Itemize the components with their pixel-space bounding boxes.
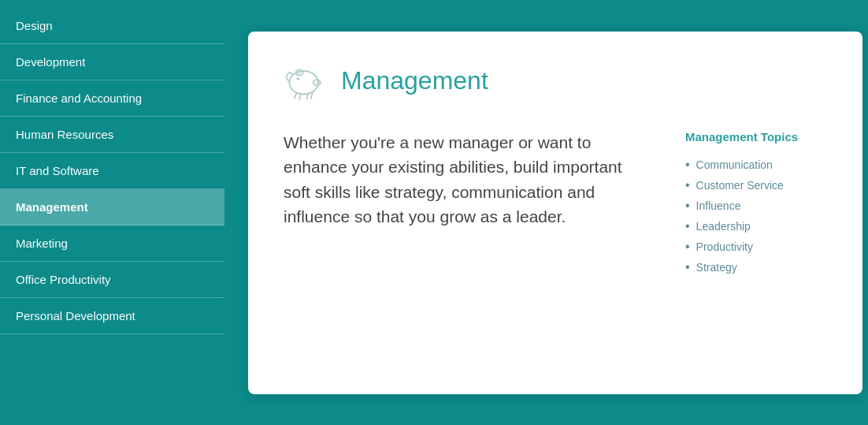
- svg-point-4: [313, 80, 321, 85]
- topics-list: CommunicationCustomer ServiceInfluenceLe…: [685, 155, 827, 278]
- sidebar: DesignDevelopmentFinance and AccountingH…: [0, 0, 224, 425]
- topic-item[interactable]: Influence: [685, 196, 827, 216]
- content-card: Management Whether you're a new manager …: [248, 32, 862, 394]
- card-header: Management: [284, 59, 827, 103]
- svg-point-5: [315, 81, 317, 83]
- svg-line-7: [295, 92, 297, 98]
- sidebar-item-it-software[interactable]: IT and Software: [0, 153, 224, 189]
- sidebar-item-personal-development[interactable]: Personal Development: [0, 298, 224, 334]
- card-body: Whether you're a new manager or want to …: [284, 130, 827, 278]
- sidebar-item-office-productivity[interactable]: Office Productivity: [0, 262, 224, 298]
- sidebar-item-management[interactable]: Management: [0, 189, 224, 226]
- topic-item[interactable]: Productivity: [685, 237, 827, 257]
- topic-item[interactable]: Communication: [685, 155, 827, 175]
- card-description: Whether you're a new manager or want to …: [284, 130, 638, 278]
- svg-point-1: [297, 77, 300, 80]
- sidebar-item-marketing[interactable]: Marketing: [0, 226, 224, 262]
- svg-line-10: [311, 92, 313, 98]
- svg-point-6: [317, 81, 319, 83]
- sidebar-item-human-resources[interactable]: Human Resources: [0, 117, 224, 153]
- management-icon: [284, 59, 327, 103]
- topic-item[interactable]: Strategy: [685, 257, 827, 278]
- svg-point-3: [297, 70, 302, 74]
- card-title: Management: [341, 66, 488, 95]
- topics-heading: Management Topics: [685, 130, 827, 144]
- topic-item[interactable]: Leadership: [685, 216, 827, 237]
- sidebar-item-development[interactable]: Development: [0, 44, 224, 80]
- topic-item[interactable]: Customer Service: [685, 175, 827, 196]
- sidebar-item-finance-accounting[interactable]: Finance and Accounting: [0, 80, 224, 117]
- sidebar-item-design[interactable]: Design: [0, 8, 224, 44]
- main-content: Management Whether you're a new manager …: [224, 0, 868, 425]
- topics-section: Management Topics CommunicationCustomer …: [685, 130, 827, 278]
